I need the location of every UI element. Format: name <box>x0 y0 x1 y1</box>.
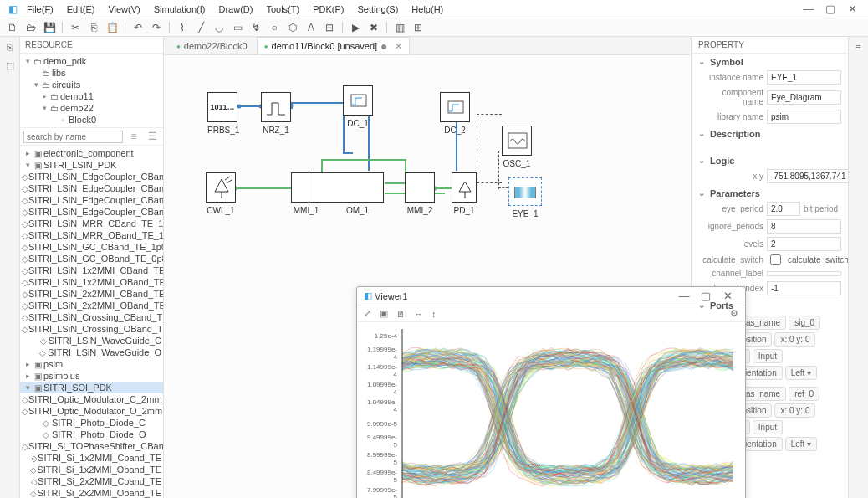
block-cwl[interactable]: CWL_1 <box>206 172 236 215</box>
tree-item[interactable]: ▫Block0 <box>20 114 163 126</box>
block-dc1[interactable]: DC_1 <box>343 85 373 128</box>
text-icon[interactable]: A <box>304 21 319 34</box>
tab[interactable]: ●demo22/Block0 <box>169 39 255 53</box>
copy-icon[interactable]: ⎘ <box>86 21 101 34</box>
tools-icon[interactable]: ✖ <box>366 21 381 34</box>
polygon-icon[interactable]: ⬡ <box>285 21 300 34</box>
channel-index-field[interactable]: -1 <box>767 281 841 295</box>
search-input[interactable] <box>23 131 123 143</box>
maximize-button[interactable]: ▢ <box>819 3 841 15</box>
minimize-button[interactable]: — <box>798 3 819 15</box>
line-icon[interactable]: ╱ <box>193 21 208 34</box>
tree-item[interactable]: ▸▣psim <box>20 358 163 370</box>
library-name-field[interactable]: psim <box>767 110 841 124</box>
arc-icon[interactable]: ◡ <box>212 21 227 34</box>
xy-field[interactable]: -751.8095,1367.741 <box>767 169 848 183</box>
tree-item[interactable]: ▾▣SITRI_SOI_PDK <box>20 382 163 393</box>
tree-item[interactable]: ◇SITRI_Optic_Modulator_O_2mm <box>20 405 163 417</box>
tree-item[interactable]: ◇SITRI_LSiN_GC_CBand_TE_1p0_… <box>20 241 163 253</box>
tree-item[interactable]: ◇SITRI_Optic_Modulator_C_2mm <box>20 393 163 405</box>
menu-draw[interactable]: Draw(D) <box>212 3 259 16</box>
tree-item[interactable]: ◇SITRI_LSiN_Crossing_OBand_TE_… <box>20 323 163 335</box>
tree-item[interactable]: ◇SITRI_Photo_Diode_C <box>20 417 163 429</box>
menu-setting[interactable]: Setting(S) <box>350 3 405 16</box>
tree-item[interactable]: ◇SITRI_Si_2x2MMI_Cband_TE <box>20 475 163 487</box>
tree-item[interactable]: ◇SITRI_LSiN_EdgeCoupler_CBand_… <box>20 182 163 194</box>
close-button[interactable]: ✕ <box>841 3 863 15</box>
rect-icon[interactable]: ▭ <box>230 21 245 34</box>
tree-item[interactable]: ◇SITRI_LSiN_EdgeCoupler_CBand_… <box>20 171 163 182</box>
tree-item[interactable]: ▾🗀demo_pdk <box>20 55 163 67</box>
tree-item[interactable]: ▸🗀demo11 <box>20 90 163 102</box>
block-eye[interactable]: EYE_1 <box>508 177 542 218</box>
tree-item[interactable]: ◇SITRI_Photo_Diode_O <box>20 429 163 440</box>
block-dc2[interactable]: DC_2 <box>440 92 470 135</box>
cursor-icon[interactable]: ↕ <box>431 309 437 319</box>
instance-name-field[interactable]: EYE_1 <box>767 70 841 85</box>
viewer-window[interactable]: ◧ Viewer1 — ▢ ✕ ⤢ ▣ 🗎 ↔ ↕ ⚙ 1. <box>356 286 746 498</box>
save-icon[interactable]: 💾 <box>42 21 57 34</box>
run-icon[interactable]: ▶ <box>348 21 363 34</box>
tree-item[interactable]: ▾🗀demo22 <box>20 102 163 114</box>
undo-icon[interactable]: ↶ <box>130 21 146 34</box>
list-icon[interactable]: ☰ <box>145 130 160 143</box>
ignore-periods-field[interactable]: 8 <box>767 219 841 234</box>
section-description[interactable]: Description <box>692 126 848 141</box>
layout-icon[interactable]: ▥ <box>392 21 407 34</box>
section-parameters[interactable]: Parameters <box>692 185 848 200</box>
block-om[interactable]: OM_1 <box>331 172 406 215</box>
export-icon[interactable]: 🗎 <box>396 309 406 319</box>
tree-item[interactable]: ◇SITRI_LSiN_2x2MMI_CBand_TE_1… <box>20 288 163 300</box>
eye-period-field[interactable]: 2.0 <box>767 202 800 216</box>
copy-left-icon[interactable]: ⎘ <box>7 42 13 52</box>
block-nrz[interactable]: NRZ_1 <box>261 92 291 135</box>
menu-pdk[interactable]: PDK(P) <box>306 3 350 16</box>
cube-icon[interactable]: ⬚ <box>6 60 14 71</box>
block-prbs[interactable]: 1011… PRBS_1 <box>207 92 239 135</box>
tree-item[interactable]: ◇SITRI_LSiN_GC_OBand_TE_0p8_… <box>20 253 163 264</box>
circle-icon[interactable]: ○ <box>267 21 282 34</box>
menu-simulation[interactable]: Simulation(I) <box>147 3 212 16</box>
grid-icon[interactable]: ⊞ <box>411 21 426 34</box>
tree-item[interactable]: ▾🗀circuits <box>20 79 163 90</box>
tree-item[interactable]: ◇SITRI_LSiN_2x2MMI_OBand_TE_1… <box>20 300 163 311</box>
new-icon[interactable]: 🗋 <box>5 21 20 34</box>
orient-sig-select[interactable]: Left ▾ <box>785 366 817 380</box>
tree-item[interactable]: ◇SITRI_LSiN_EdgeCoupler_CBand_… <box>20 206 163 218</box>
tree-item[interactable]: ◇SITRI_LSiN_MRR_CBand_TE_1p0… <box>20 218 163 229</box>
menu-file[interactable]: File(F) <box>20 3 60 16</box>
tree-item[interactable]: ◇SITRI_Si_2x2MMI_Oband_TE <box>20 487 163 498</box>
tree-item[interactable]: ▸▣electronic_component <box>20 147 163 159</box>
tree-item[interactable]: ◇SITRI_Si_1x2MMI_Oband_TE <box>20 464 163 475</box>
levels-field[interactable]: 2 <box>767 237 841 251</box>
settings-right-icon[interactable]: ≡ <box>855 42 860 52</box>
tree-item[interactable]: ◇SITRI_LSiN_1x2MMI_OBand_TE_0… <box>20 276 163 288</box>
zoom-box-icon[interactable]: ▣ <box>380 308 388 319</box>
tree-item[interactable]: 🗀libs <box>20 67 163 79</box>
zoom-fit-icon[interactable]: ⤢ <box>364 308 371 319</box>
open-icon[interactable]: 🗁 <box>23 21 38 34</box>
orient-ref-select[interactable]: Left ▾ <box>785 437 817 451</box>
channel-label-field[interactable] <box>767 271 841 276</box>
tree-item[interactable]: ▾▣SITRI_LSIN_PDK <box>20 159 163 171</box>
tree-item[interactable]: ◇SITRI_LSiN_1x2MMI_CBand_TE_0… <box>20 264 163 276</box>
cut-icon[interactable]: ✂ <box>68 21 83 34</box>
pin-icon[interactable]: ⊟ <box>322 21 337 34</box>
section-symbol[interactable]: Symbol <box>692 54 848 69</box>
redo-icon[interactable]: ↷ <box>149 21 164 34</box>
tree-item[interactable]: ◇SITRI_Si_TOPhaseShifter_CBand… <box>20 440 163 452</box>
schematic-canvas[interactable]: 1011… PRBS_1 NRZ_1 DC_1 DC_2 OSC_1 CW <box>164 55 691 498</box>
tree-item[interactable]: ◇SITRI_LSiN_MRR_OBand_TE_1p0… <box>20 229 163 241</box>
section-logic[interactable]: Logic <box>692 152 848 167</box>
component-name-field[interactable]: Eye_Diagram <box>767 90 841 105</box>
block-osc[interactable]: OSC_1 <box>502 126 532 168</box>
tree-item[interactable]: ◇SITRI_LSiN_Crossing_CBand_TE_… <box>20 311 163 323</box>
block-mmi2[interactable]: MMI_2 <box>405 172 435 215</box>
paste-icon[interactable]: 📋 <box>105 21 120 34</box>
pan-icon[interactable]: ↔ <box>414 309 423 319</box>
block-pd[interactable]: PD_1 <box>452 172 477 215</box>
filter-icon[interactable]: ≡ <box>126 130 141 143</box>
tree-item[interactable]: ▸▣psimplus <box>20 370 163 382</box>
calc-switch-checkbox[interactable] <box>770 254 781 265</box>
menu-edit[interactable]: Edit(E) <box>60 3 102 16</box>
